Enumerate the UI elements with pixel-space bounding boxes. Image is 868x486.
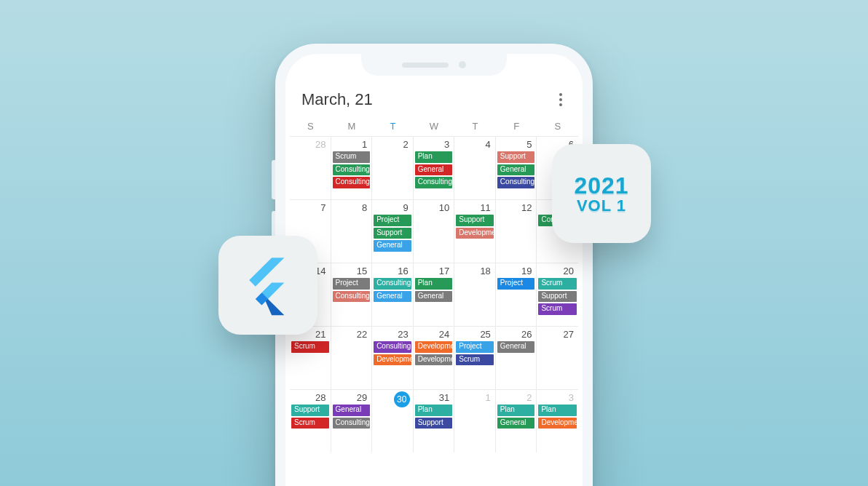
event-chip[interactable]: Support [291,405,329,416]
weekday-label: T [454,121,496,132]
event-chip[interactable]: Consulting [374,341,411,353]
event-chip[interactable]: Support [497,151,535,163]
event-chip[interactable]: Scrum [456,354,494,366]
calendar-day-cell[interactable]: 17PlanGeneral [414,263,455,326]
event-chip[interactable]: Developme [456,228,494,239]
event-chip[interactable]: Plan [538,405,577,416]
day-number: 19 [496,265,537,278]
day-number: 2 [496,391,537,405]
calendar-day-cell[interactable]: 4 [454,137,496,199]
event-chip[interactable]: General [374,240,411,252]
day-number: 18 [454,265,495,278]
app-screen: March, 21 SMTWTFS 281ScrumConsultingCons… [285,54,583,486]
calendar-day-cell[interactable]: 26General [496,327,537,389]
calendar-day-cell[interactable]: 5SupportGeneralConsulting [496,137,537,199]
day-number: 8 [331,202,372,215]
phone-speaker [402,63,449,68]
calendar-day-cell[interactable]: 22 [331,327,373,389]
event-chip[interactable]: General [374,291,411,303]
event-chip[interactable]: Consulting [497,177,535,188]
weekday-label: M [331,121,373,132]
event-chip[interactable]: Consulting [333,418,371,429]
calendar-day-cell[interactable]: 15ProjectConsulting [331,263,373,326]
calendar-day-cell[interactable]: 18 [454,263,496,326]
calendar-day-cell[interactable]: 21Scrum [290,327,331,389]
calendar-day-cell[interactable]: 19Project [496,263,537,326]
calendar-day-cell[interactable]: 23ConsultingDevelopme [372,327,414,389]
event-chip[interactable]: Support [538,291,577,303]
event-chip[interactable]: Project [497,278,535,290]
calendar-grid: 281ScrumConsultingConsulting23PlanGenera… [285,136,583,453]
weekday-label: T [372,121,414,132]
calendar-day-cell[interactable]: 31PlanSupport [414,390,455,453]
event-chip[interactable]: Project [456,341,494,353]
event-chip[interactable]: General [497,164,535,176]
day-number: 28 [290,138,331,151]
event-chip[interactable]: Support [415,418,453,429]
event-chip[interactable]: General [497,418,535,429]
event-chip[interactable]: Consulting [374,278,411,290]
event-chip[interactable]: Consulting [333,177,371,188]
calendar-day-cell[interactable]: 30 [372,390,414,453]
calendar-day-cell[interactable]: 2PlanGeneral [496,390,537,453]
day-number: 3 [537,391,578,405]
calendar-day-cell[interactable]: 28 [290,137,331,199]
calendar-day-cell[interactable]: 10 [414,200,455,263]
event-chip[interactable]: Scrum [291,418,329,429]
event-chip[interactable]: Developme [538,418,577,429]
calendar-day-cell[interactable]: 29GeneralConsulting [331,390,373,453]
day-number: 29 [331,391,372,405]
event-chip[interactable]: Scrum [291,341,329,353]
calendar-day-cell[interactable]: 24DevelopmeDevelopme [414,327,455,389]
calendar-day-cell[interactable]: 27 [537,327,578,389]
event-chip[interactable]: Consulting [333,291,371,303]
event-chip[interactable]: Consulting [333,164,371,176]
event-chip[interactable]: Developme [415,341,453,353]
calendar-header: March, 21 [285,86,583,118]
day-number: 20 [537,265,578,278]
calendar-day-cell[interactable]: 3PlanGeneralConsulting [414,137,455,199]
event-chip[interactable]: General [415,291,453,303]
event-chip[interactable]: Plan [497,405,535,416]
event-chip[interactable]: Scrum [538,278,577,290]
flutter-logo-badge [218,236,317,335]
day-number: 1 [454,391,495,405]
more-menu-icon[interactable] [555,89,567,111]
event-chip[interactable]: Developme [415,354,453,366]
event-chip[interactable]: Support [374,228,411,239]
calendar-day-cell[interactable]: 16ConsultingGeneral [372,263,414,326]
phone-notch [361,54,507,76]
calendar-day-cell[interactable]: 11SupportDevelopme [454,200,496,263]
event-chip[interactable]: General [415,164,453,176]
calendar-day-cell[interactable]: 8 [331,200,373,263]
event-chip[interactable]: Scrum [538,303,577,315]
event-chip[interactable]: General [497,341,535,353]
calendar-day-cell[interactable]: 3PlanDevelopme [537,390,578,453]
event-chip[interactable]: Consulting [415,177,453,188]
day-number: 15 [331,265,372,278]
weekday-label: S [537,121,578,132]
event-chip[interactable]: Project [333,278,371,290]
event-chip[interactable]: General [333,405,371,416]
day-number: 16 [372,265,413,278]
event-chip[interactable]: Project [374,215,411,226]
day-number: 9 [372,202,413,215]
calendar-day-cell[interactable]: 28SupportScrum [290,390,331,453]
event-chip[interactable]: Plan [415,151,453,163]
month-title[interactable]: March, 21 [301,90,373,109]
calendar-week-row: 281ScrumConsultingConsulting23PlanGenera… [290,136,578,199]
calendar-day-cell[interactable]: 1 [454,390,496,453]
day-number: 7 [290,202,331,215]
calendar-day-cell[interactable]: 1ScrumConsultingConsulting [331,137,373,199]
event-chip[interactable]: Support [456,215,494,226]
calendar-day-cell[interactable]: 20ScrumSupportScrum [537,263,578,326]
day-number: 25 [454,328,495,341]
event-chip[interactable]: Scrum [333,151,371,163]
event-chip[interactable]: Plan [415,405,453,416]
calendar-day-cell[interactable]: 2 [372,137,414,199]
event-chip[interactable]: Developme [374,354,411,366]
event-chip[interactable]: Plan [415,278,453,290]
calendar-day-cell[interactable]: 12 [496,200,537,263]
calendar-day-cell[interactable]: 25ProjectScrum [454,327,496,389]
calendar-day-cell[interactable]: 9ProjectSupportGeneral [372,200,414,263]
